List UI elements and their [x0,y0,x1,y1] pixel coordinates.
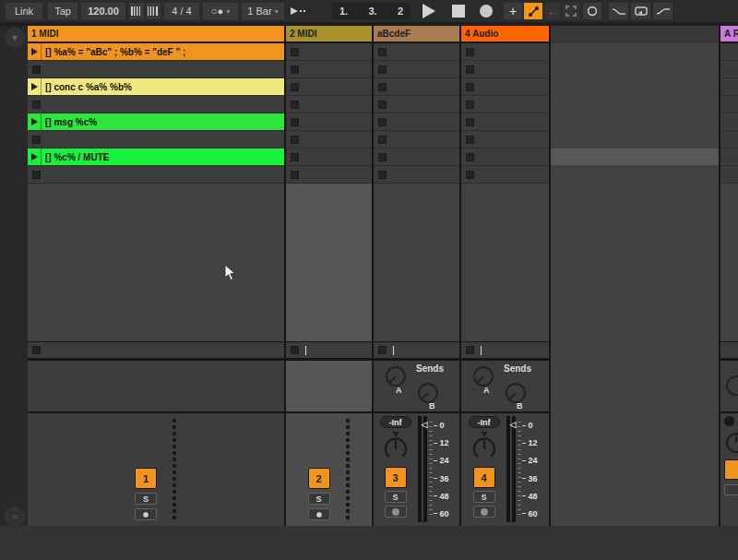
clip-slot[interactable] [461,96,549,113]
pan-knob[interactable] [724,416,734,426]
solo-button-2[interactable]: S [308,493,330,505]
return-slot[interactable] [720,131,738,149]
clip-slot[interactable] [374,96,459,113]
loop-button[interactable] [631,3,650,19]
clip-slot[interactable] [28,61,284,78]
clip-slot[interactable] [286,149,372,166]
track-stop-row-4[interactable] [461,342,549,358]
arm-button-1[interactable] [135,508,157,520]
volume-knob-3[interactable] [381,431,411,464]
clip-slot[interactable] [286,131,372,149]
volume-value-4[interactable]: -Inf [469,416,500,428]
volume-value-3[interactable]: -Inf [380,416,411,428]
track-header-4[interactable]: 4 Audio [461,26,549,43]
track-header-1[interactable]: 1 MIDI [28,26,284,43]
clip-slot[interactable] [374,113,459,131]
track-stop-row-1[interactable] [28,342,284,358]
arm-button-3[interactable] [385,506,407,518]
punch-in-button[interactable] [609,3,628,19]
clip-launch-zone[interactable] [28,78,42,95]
volume-knob-4[interactable] [470,431,499,464]
clip-launch-zone[interactable] [28,113,42,130]
clip-slot[interactable] [374,131,459,149]
return-slot[interactable] [720,96,738,113]
return-track-header[interactable]: A R [720,26,738,43]
clip-slot[interactable] [461,166,549,184]
quantization-menu[interactable]: 1 Bar ▾ [242,3,284,19]
return-slot[interactable] [720,78,738,96]
clip-slot[interactable] [286,96,372,113]
track-header-3[interactable]: aBcdeF [374,26,459,43]
track-stop-row-2[interactable] [286,342,372,358]
clip-slot[interactable] [28,166,284,184]
arm-button-2[interactable] [308,508,330,520]
return-slot[interactable] [720,166,738,184]
clip-slot[interactable] [286,43,372,61]
track-header-2[interactable]: 2 MIDI [286,26,372,43]
clip-slot[interactable] [28,131,284,149]
clip-slot[interactable] [461,149,549,166]
return-activator[interactable] [724,459,738,480]
clip-slot[interactable]: [] %c% / MUTE [28,149,284,166]
send-b-knob[interactable] [416,381,440,405]
clip-slot[interactable]: [] msg %c% [28,113,284,131]
time-signature-field[interactable]: 4 / 4 [164,3,199,19]
return-slot[interactable] [720,149,738,166]
return-volume-knob[interactable] [724,431,738,455]
clip-slot[interactable] [374,43,459,61]
reenable-automation-button[interactable]: ← [544,3,561,19]
return-slot[interactable] [720,43,738,61]
stop-button[interactable] [446,3,470,19]
return-slot[interactable] [720,113,738,131]
clip-slot[interactable] [461,78,549,96]
track-activator-2[interactable]: 2 [308,468,330,489]
clip-slot[interactable] [461,43,549,61]
play-button[interactable] [417,3,441,19]
crossfader-section-toggle[interactable]: ≈ [5,506,25,527]
clip-slot[interactable]: [] %a% = "aBc" ; %b% = "deF " ; [28,43,284,61]
follow-button[interactable] [288,3,310,19]
arrangement-position-display[interactable]: 1. 3. 2 [332,3,411,19]
solo-button-4[interactable]: S [473,491,495,503]
session-record-button[interactable] [583,3,601,19]
record-button[interactable] [474,3,498,19]
clip-slot[interactable] [461,61,549,78]
send-b-knob[interactable] [504,381,528,405]
capture-midi-button[interactable] [563,3,579,19]
clip-slot[interactable]: [] conc c %a% %b% [28,78,284,96]
metronome-button[interactable]: ○● ▾ [203,3,238,19]
overdub-button[interactable]: + [504,3,522,19]
clip-slot[interactable] [286,113,372,131]
punch-out-button[interactable] [653,3,673,19]
tempo-field[interactable]: 120.00 [81,3,125,19]
clip-slot[interactable] [374,78,459,96]
return-stop-row[interactable] [720,342,738,358]
clip-slot[interactable] [286,78,372,96]
solo-button-1[interactable]: S [135,493,157,505]
clip-slot[interactable] [461,113,549,131]
automation-arm-button[interactable] [524,3,542,19]
track-drop-area[interactable] [551,26,719,526]
nudge-down-icon[interactable] [129,3,144,19]
clip-slot[interactable] [286,61,372,78]
clip-slot[interactable] [374,61,459,78]
clip-slot[interactable] [286,166,372,184]
return-slot[interactable] [720,61,738,78]
clip-slot[interactable] [461,131,549,149]
tap-tempo-button[interactable]: Tap [48,3,77,19]
clip-slot[interactable] [28,96,284,113]
arm-button-4[interactable] [473,506,495,518]
track-activator-3[interactable]: 3 [385,467,407,488]
browser-toggle-button[interactable]: ▼ [5,28,25,48]
send-knob-partial[interactable] [724,374,738,398]
clip-slot[interactable] [374,149,459,166]
clip-launch-zone[interactable] [28,149,42,165]
track-activator-4[interactable]: 4 [473,467,495,488]
solo-button-3[interactable]: S [385,491,407,503]
track-stop-row-3[interactable] [374,342,459,358]
nudge-up-icon[interactable] [146,3,161,19]
link-button[interactable]: Link [6,3,42,19]
clip-launch-zone[interactable] [28,43,42,60]
return-solo-button[interactable] [724,484,738,495]
track-activator-1[interactable]: 1 [135,468,157,489]
